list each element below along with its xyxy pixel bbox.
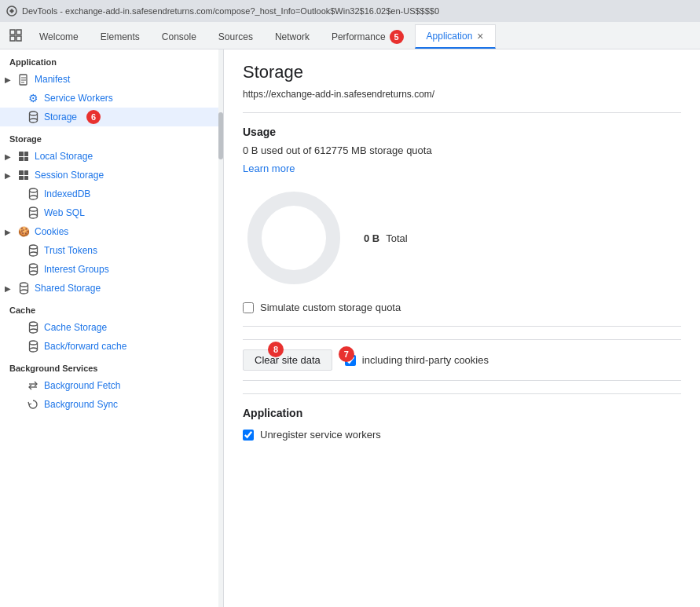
divider-1	[243, 112, 681, 113]
tab-welcome[interactable]: Welcome	[28, 25, 90, 49]
sidebar-item-cache-storage[interactable]: Cache Storage	[0, 318, 223, 337]
svg-point-33	[20, 290, 27, 294]
usage-text: 0 B used out of 612775 MB storage quota	[243, 144, 681, 156]
sidebar-item-label: Trust Tokens	[44, 245, 97, 256]
doc-icon	[17, 73, 30, 86]
cylinder-icon	[27, 111, 39, 123]
svg-point-26	[29, 264, 37, 268]
tab-performance[interactable]: Performance 5	[321, 25, 415, 49]
sidebar-item-label: Cache Storage	[44, 322, 107, 333]
tab-elements[interactable]: Elements	[90, 25, 151, 49]
sidebar-item-indexeddb[interactable]: IndexedDB	[0, 185, 223, 203]
sidebar-section-storage: Storage	[0, 126, 223, 147]
sidebar-item-local-storage[interactable]: ▶ Local Storage	[0, 147, 223, 166]
arrow-icon: ▶	[3, 152, 13, 161]
unregister-checkbox-row: Unregister service workers	[243, 429, 681, 441]
legend-total-value: 0 B	[364, 232, 379, 244]
svg-point-18	[29, 207, 37, 211]
clear-badge: 8	[268, 342, 284, 357]
sidebar-item-label: Manifest	[35, 74, 70, 85]
clear-site-data-button[interactable]: Clear site data	[243, 349, 332, 371]
sidebar-item-interest-groups[interactable]: Interest Groups	[0, 260, 223, 279]
sidebar-item-manifest[interactable]: ▶ Manifest	[0, 70, 223, 89]
arrows-icon	[27, 379, 39, 392]
grid-icon	[17, 169, 30, 181]
sidebar-item-shared-storage[interactable]: ▶ Shared Storage	[0, 279, 223, 298]
sidebar-item-label: Session Storage	[35, 170, 104, 181]
main-layout: Application ▶ Manifest ⚙ Service Workers…	[0, 49, 700, 607]
svg-point-34	[29, 322, 37, 326]
sidebar-item-label: Storage	[44, 112, 77, 122]
sidebar-item-background-fetch[interactable]: Background Fetch	[0, 376, 223, 395]
sidebar-scrollbar-thumb[interactable]	[218, 112, 223, 159]
unregister-checkbox[interactable]	[243, 430, 254, 441]
cylinder-icon	[27, 207, 39, 219]
cookie-icon: 🍪	[17, 225, 30, 238]
sidebar-item-label: Background Sync	[44, 399, 118, 410]
svg-point-17	[29, 196, 37, 199]
sidebar-section-cache: Cache	[0, 298, 223, 318]
sidebar-item-label: Local Storage	[35, 151, 93, 162]
action-row: Clear site data 8 7 including third-part…	[243, 339, 681, 381]
arrow-icon: ▶	[3, 75, 13, 84]
grid-icon	[17, 150, 30, 163]
sidebar-scrollbar-track[interactable]	[218, 49, 223, 607]
sidebar-item-session-storage[interactable]: ▶ Session Storage	[0, 166, 223, 185]
divider-3	[243, 393, 681, 394]
tab-sources[interactable]: Sources	[207, 25, 264, 49]
simulate-label[interactable]: Simulate custom storage quota	[260, 302, 401, 313]
sidebar-item-label: Shared Storage	[35, 283, 101, 294]
learn-more-link[interactable]: Learn more	[243, 163, 295, 174]
performance-badge: 5	[390, 30, 404, 44]
sidebar-item-web-sql[interactable]: Web SQL	[0, 203, 223, 222]
sidebar-item-storage[interactable]: Storage 6	[0, 108, 223, 126]
sidebar-item-label: Service Workers	[44, 93, 113, 104]
svg-point-44	[255, 199, 333, 277]
sidebar: Application ▶ Manifest ⚙ Service Workers…	[0, 49, 224, 607]
donut-chart	[243, 187, 345, 289]
application-sub-heading: Application	[243, 407, 681, 419]
devtools-logo-icon	[6, 5, 17, 16]
tab-network[interactable]: Network	[264, 25, 321, 49]
svg-point-30	[20, 283, 27, 287]
legend-total-label: Total	[386, 232, 407, 244]
svg-rect-3	[10, 36, 15, 41]
svg-point-25	[29, 252, 37, 256]
third-party-label[interactable]: including third-party cookies	[362, 354, 489, 366]
sidebar-section-background: Background Services	[0, 356, 223, 376]
sidebar-item-trust-tokens[interactable]: Trust Tokens	[0, 241, 223, 260]
tab-close-icon[interactable]: ×	[477, 30, 483, 42]
simulate-checkbox[interactable]	[243, 302, 254, 313]
svg-point-14	[29, 188, 37, 192]
third-party-badge: 7	[339, 346, 354, 362]
gear-icon: ⚙	[27, 92, 39, 104]
unregister-label[interactable]: Unregister service workers	[260, 429, 381, 441]
sidebar-item-service-workers[interactable]: ⚙ Service Workers	[0, 89, 223, 108]
cylinder-icon	[27, 244, 39, 257]
tab-application[interactable]: Application ×	[415, 24, 496, 49]
tab-console[interactable]: Console	[151, 25, 207, 49]
third-party-checkbox-row: 7 including third-party cookies	[345, 354, 489, 366]
sidebar-item-cookies[interactable]: ▶ 🍪 Cookies	[0, 222, 223, 241]
cylinder-icon	[27, 263, 39, 276]
clear-button-container: Clear site data 8	[243, 349, 332, 371]
sidebar-item-label: IndexedDB	[44, 188, 90, 199]
sidebar-item-background-sync[interactable]: Background Sync	[0, 395, 223, 414]
legend-total-row: 0 B Total	[364, 232, 408, 244]
content-area: Storage https://exchange-add-in.safesend…	[224, 49, 700, 607]
cylinder-icon	[17, 282, 30, 294]
svg-rect-4	[16, 36, 21, 41]
svg-point-9	[29, 112, 37, 115]
svg-point-29	[29, 271, 37, 275]
title-bar: DevTools - exchange-add-in.safesendretur…	[0, 0, 700, 22]
svg-point-21	[29, 214, 37, 218]
cylinder-icon	[27, 188, 39, 200]
sidebar-item-back-forward-cache[interactable]: Back/forward cache	[0, 337, 223, 356]
svg-rect-2	[16, 30, 21, 35]
devtools-panel-icon[interactable]	[3, 21, 28, 49]
svg-point-38	[29, 341, 37, 345]
title-bar-text: DevTools - exchange-add-in.safesendretur…	[22, 6, 439, 16]
usage-section-heading: Usage	[243, 126, 681, 138]
sidebar-item-label: Interest Groups	[44, 264, 109, 275]
svg-point-41	[29, 348, 37, 352]
